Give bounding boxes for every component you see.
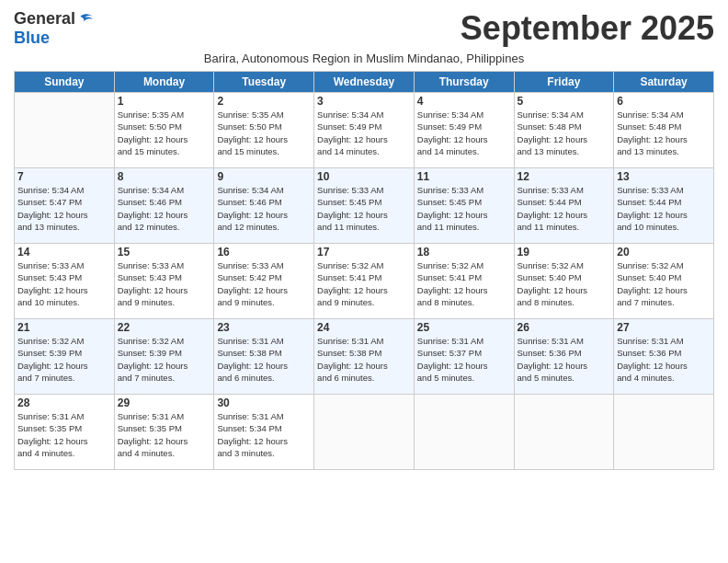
day-info-line: and 9 minutes.: [317, 297, 374, 307]
day-info-line: Sunset: 5:46 PM: [217, 197, 281, 207]
day-info-line: Sunset: 5:48 PM: [617, 121, 681, 132]
day-info-line: Daylight: 12 hours: [417, 285, 488, 295]
day-info-line: Daylight: 12 hours: [17, 210, 88, 220]
day-number: 27: [617, 321, 711, 334]
day-info-line: Sunrise: 5:33 AM: [417, 185, 483, 195]
day-info-line: Sunset: 5:48 PM: [518, 121, 582, 132]
header-wednesday: Wednesday: [314, 72, 415, 93]
table-row: 21Sunrise: 5:32 AMSunset: 5:39 PMDayligh…: [15, 319, 115, 395]
day-number: 22: [118, 321, 211, 334]
day-info-line: Daylight: 12 hours: [317, 361, 388, 371]
day-info-line: Sunrise: 5:32 AM: [118, 336, 184, 346]
day-info-line: and 13 minutes.: [617, 146, 679, 156]
day-info: Sunrise: 5:31 AMSunset: 5:38 PMDaylight:…: [217, 335, 311, 384]
day-number: 2: [217, 95, 311, 108]
day-info-line: Daylight: 12 hours: [118, 285, 188, 295]
day-info-line: Sunset: 5:36 PM: [617, 348, 681, 358]
day-number: 16: [217, 246, 311, 259]
table-row: 20Sunrise: 5:32 AMSunset: 5:40 PMDayligh…: [614, 244, 714, 319]
day-info: Sunrise: 5:32 AMSunset: 5:39 PMDaylight:…: [17, 335, 111, 384]
day-info-line: Daylight: 12 hours: [617, 134, 688, 144]
day-info-line: Sunset: 5:50 PM: [118, 121, 182, 132]
table-row: 11Sunrise: 5:33 AMSunset: 5:45 PMDayligh…: [414, 168, 514, 244]
day-number: 28: [17, 396, 111, 409]
day-number: 17: [317, 246, 411, 259]
day-info-line: and 11 minutes.: [317, 222, 380, 232]
calendar-week-row: 21Sunrise: 5:32 AMSunset: 5:39 PMDayligh…: [15, 319, 714, 395]
day-number: 6: [617, 95, 711, 108]
table-row: 3Sunrise: 5:34 AMSunset: 5:49 PMDaylight…: [314, 93, 415, 168]
day-info-line: Daylight: 12 hours: [217, 361, 288, 371]
day-info-line: Daylight: 12 hours: [417, 210, 488, 220]
day-number: 25: [417, 321, 511, 334]
day-info-line: Daylight: 12 hours: [317, 285, 388, 295]
day-number: 5: [518, 95, 611, 108]
day-info: Sunrise: 5:31 AMSunset: 5:38 PMDaylight:…: [317, 335, 411, 384]
day-info-line: and 13 minutes.: [518, 146, 580, 156]
day-info-line: Sunrise: 5:32 AM: [317, 260, 383, 270]
day-info-line: and 10 minutes.: [17, 297, 80, 307]
day-info-line: Sunrise: 5:34 AM: [617, 109, 683, 120]
table-row: 13Sunrise: 5:33 AMSunset: 5:44 PMDayligh…: [614, 168, 714, 244]
day-info: Sunrise: 5:31 AMSunset: 5:36 PMDaylight:…: [518, 335, 611, 384]
day-info: Sunrise: 5:32 AMSunset: 5:40 PMDaylight:…: [518, 259, 611, 308]
day-info-line: Sunset: 5:39 PM: [17, 348, 82, 358]
table-row: 19Sunrise: 5:32 AMSunset: 5:40 PMDayligh…: [514, 244, 614, 319]
table-row: 30Sunrise: 5:31 AMSunset: 5:34 PMDayligh…: [214, 395, 314, 470]
table-row: 15Sunrise: 5:33 AMSunset: 5:43 PMDayligh…: [114, 244, 214, 319]
page: General Blue September 2025 Barira, Auto…: [0, 0, 728, 563]
day-info-line: Sunset: 5:42 PM: [217, 272, 281, 282]
day-info-line: Sunrise: 5:34 AM: [518, 109, 584, 120]
header: General Blue September 2025: [14, 9, 714, 48]
day-info-line: Daylight: 12 hours: [217, 210, 288, 220]
day-number: 3: [317, 95, 411, 108]
day-info-line: Daylight: 12 hours: [118, 436, 188, 446]
day-info-line: Sunset: 5:38 PM: [317, 348, 381, 358]
day-info: Sunrise: 5:33 AMSunset: 5:44 PMDaylight:…: [617, 184, 711, 233]
day-info-line: Sunset: 5:50 PM: [217, 121, 281, 132]
day-number: 23: [217, 321, 311, 334]
day-info-line: Sunset: 5:47 PM: [17, 197, 82, 207]
day-info-line: and 4 minutes.: [617, 373, 674, 383]
day-info-line: Sunset: 5:37 PM: [417, 348, 482, 358]
table-row: 28Sunrise: 5:31 AMSunset: 5:35 PMDayligh…: [15, 395, 115, 470]
table-row: 8Sunrise: 5:34 AMSunset: 5:46 PMDaylight…: [114, 168, 214, 244]
day-info: Sunrise: 5:33 AMSunset: 5:45 PMDaylight:…: [317, 184, 411, 233]
day-info-line: and 5 minutes.: [518, 373, 574, 383]
day-info-line: Sunset: 5:34 PM: [217, 423, 281, 433]
header-sunday: Sunday: [15, 72, 115, 93]
table-row: 14Sunrise: 5:33 AMSunset: 5:43 PMDayligh…: [15, 244, 115, 319]
day-info-line: Daylight: 12 hours: [118, 361, 188, 371]
logo-blue-text: Blue: [14, 29, 50, 48]
table-row: 24Sunrise: 5:31 AMSunset: 5:38 PMDayligh…: [314, 319, 415, 395]
day-number: 11: [417, 170, 511, 183]
table-row: [314, 395, 415, 470]
table-row: 17Sunrise: 5:32 AMSunset: 5:41 PMDayligh…: [314, 244, 415, 319]
day-info-line: and 12 minutes.: [217, 222, 279, 232]
table-row: 4Sunrise: 5:34 AMSunset: 5:49 PMDaylight…: [414, 93, 514, 168]
day-info-line: Sunrise: 5:32 AM: [518, 260, 584, 270]
day-info-line: and 10 minutes.: [617, 222, 679, 232]
day-info-line: Daylight: 12 hours: [617, 210, 688, 220]
day-info-line: and 7 minutes.: [118, 373, 175, 383]
day-number: 13: [617, 170, 711, 183]
day-info: Sunrise: 5:31 AMSunset: 5:37 PMDaylight:…: [417, 335, 511, 384]
logo-bird-icon: [77, 10, 96, 29]
day-info: Sunrise: 5:33 AMSunset: 5:43 PMDaylight:…: [17, 259, 111, 308]
day-number: 12: [518, 170, 611, 183]
day-info-line: and 8 minutes.: [518, 297, 574, 307]
day-info-line: and 11 minutes.: [518, 222, 580, 232]
table-row: 23Sunrise: 5:31 AMSunset: 5:38 PMDayligh…: [214, 319, 314, 395]
day-info-line: and 8 minutes.: [417, 297, 474, 307]
day-number: 29: [118, 396, 211, 409]
day-info-line: Sunrise: 5:31 AM: [317, 336, 383, 346]
day-info: Sunrise: 5:34 AMSunset: 5:49 PMDaylight:…: [417, 109, 511, 157]
table-row: 22Sunrise: 5:32 AMSunset: 5:39 PMDayligh…: [114, 319, 214, 395]
day-info-line: Sunset: 5:36 PM: [518, 348, 582, 358]
day-info-line: and 15 minutes.: [217, 146, 279, 156]
day-info-line: Daylight: 12 hours: [417, 134, 488, 144]
day-info-line: Sunrise: 5:34 AM: [118, 185, 184, 195]
day-info-line: Sunset: 5:40 PM: [518, 272, 582, 282]
day-info: Sunrise: 5:31 AMSunset: 5:35 PMDaylight:…: [118, 410, 211, 459]
day-info-line: and 14 minutes.: [417, 146, 480, 156]
